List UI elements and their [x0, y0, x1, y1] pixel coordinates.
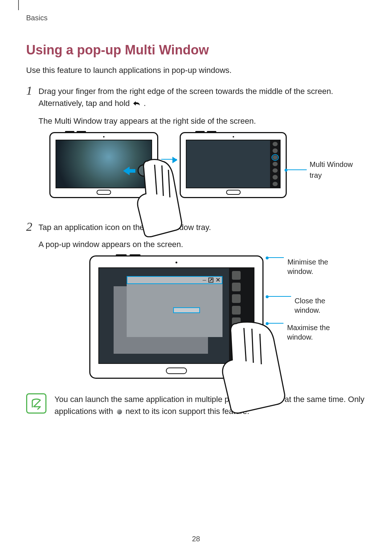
tray-app-icon[interactable] [232, 329, 241, 338]
tray-app-icon[interactable] [232, 283, 241, 291]
arrow-right-icon [161, 159, 177, 160]
step1-result: The Multi Window tray appears at the rig… [38, 115, 366, 127]
touch-point-icon [138, 164, 150, 177]
tray-app-icon[interactable] [273, 175, 278, 179]
tray-app-icon[interactable] [273, 182, 278, 186]
callout-tray: Multi Window tray [287, 159, 366, 181]
swipe-arrow-icon [123, 167, 130, 175]
note-icon [26, 393, 46, 414]
tray-app-icon[interactable] [273, 142, 278, 146]
step-1: Drag your finger from the right edge of … [26, 85, 366, 213]
maximise-icon[interactable] [208, 278, 213, 283]
multi-window-tray[interactable] [270, 140, 280, 188]
tablet-before [49, 132, 158, 198]
tray-app-icon[interactable] [273, 168, 278, 173]
note-block: You can launch the same application in m… [26, 393, 366, 417]
multi-window-tray[interactable] [229, 268, 254, 363]
callout-minimise-label: Minimise the window. [287, 257, 348, 276]
tablet-popup: — ✕ [89, 255, 264, 379]
back-icon [132, 98, 142, 110]
page-title: Using a pop-up Multi Window [26, 42, 366, 58]
tablet-after [180, 132, 287, 198]
tray-app-icon[interactable] [273, 155, 278, 160]
popup-window-front: — ✕ [127, 276, 222, 337]
callout-tray-label: Multi Window tray [310, 159, 366, 181]
mini-popup [174, 308, 199, 312]
note-part-b: next to its icon support this feature. [126, 407, 249, 416]
page-number: 28 [0, 535, 392, 543]
note-text: You can launch the same application in m… [54, 393, 366, 417]
callout-close-label: Close the window. [295, 296, 348, 315]
step2-result: A pop-up window appears on the screen. [38, 238, 366, 250]
callout-minimise: Minimise the window. [268, 257, 348, 276]
multi-instance-icon [117, 409, 122, 414]
tray-app-icon[interactable] [232, 341, 241, 349]
figure-popup: — ✕ [89, 255, 366, 379]
callout-maximise: Maximise the window. [268, 323, 348, 342]
callout-maximise-label: Maximise the window. [287, 323, 348, 342]
tray-app-icon[interactable] [273, 148, 278, 153]
tray-app-icon[interactable] [273, 162, 278, 166]
step1-part-b: . [144, 99, 146, 108]
step1-part-a: Drag your finger from the right edge of … [38, 87, 333, 108]
tray-app-icon[interactable] [232, 271, 241, 280]
popup-titlebar[interactable]: — ✕ [127, 276, 222, 284]
step-2: Tap an application icon on the Multi Win… [26, 221, 366, 379]
tray-app-icon[interactable] [232, 352, 241, 361]
tray-app-icon[interactable] [232, 306, 241, 315]
callout-close: Close the window. [268, 296, 348, 315]
intro-text: Use this feature to launch applications … [26, 66, 366, 75]
tray-app-icon[interactable] [232, 317, 241, 326]
step2-text: Tap an application icon on the Multi Win… [38, 221, 366, 233]
step1-text: Drag your finger from the right edge of … [38, 85, 366, 110]
minimise-icon[interactable]: — [203, 276, 206, 284]
close-icon[interactable]: ✕ [216, 276, 220, 284]
crop-mark [18, 0, 19, 10]
breadcrumb: Basics [26, 14, 366, 22]
tray-app-icon[interactable] [232, 294, 241, 303]
figure-swipe: Multi Window tray [49, 132, 366, 198]
